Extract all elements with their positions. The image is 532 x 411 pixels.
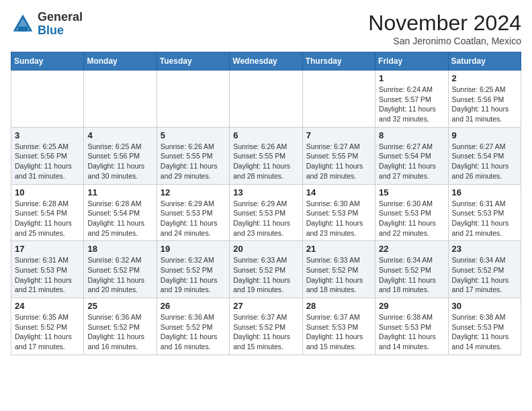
day-info: Sunrise: 6:25 AM Sunset: 5:56 PM Dayligh… <box>15 142 80 181</box>
day-info: Sunrise: 6:28 AM Sunset: 5:54 PM Dayligh… <box>15 199 80 238</box>
day-number: 16 <box>452 187 517 197</box>
logo-blue-text: Blue <box>38 24 64 37</box>
calendar-day-cell: 17Sunrise: 6:31 AM Sunset: 5:53 PM Dayli… <box>11 241 84 298</box>
page-header: General Blue November 2024 San Jeronimo … <box>11 11 521 46</box>
day-number: 19 <box>161 244 226 254</box>
day-info: Sunrise: 6:26 AM Sunset: 5:55 PM Dayligh… <box>161 142 226 181</box>
day-number: 30 <box>452 301 517 311</box>
day-number: 23 <box>452 244 517 254</box>
day-info: Sunrise: 6:31 AM Sunset: 5:53 PM Dayligh… <box>15 255 80 295</box>
day-info: Sunrise: 6:32 AM Sunset: 5:52 PM Dayligh… <box>87 255 152 295</box>
day-number: 18 <box>87 244 152 254</box>
day-number: 10 <box>15 187 80 197</box>
title-block: November 2024 San Jeronimo Coatlan, Mexi… <box>368 11 521 46</box>
calendar-day-cell: 28Sunrise: 6:37 AM Sunset: 5:53 PM Dayli… <box>302 298 375 355</box>
calendar-day-cell: 26Sunrise: 6:36 AM Sunset: 5:52 PM Dayli… <box>157 298 229 355</box>
day-number: 4 <box>87 130 152 140</box>
day-info: Sunrise: 6:25 AM Sunset: 5:56 PM Dayligh… <box>87 142 152 181</box>
calendar-week-row: 24Sunrise: 6:35 AM Sunset: 5:52 PM Dayli… <box>11 298 521 355</box>
calendar-day-cell: 23Sunrise: 6:34 AM Sunset: 5:52 PM Dayli… <box>448 241 521 298</box>
calendar-day-cell: 14Sunrise: 6:30 AM Sunset: 5:53 PM Dayli… <box>302 184 375 241</box>
day-info: Sunrise: 6:34 AM Sunset: 5:52 PM Dayligh… <box>379 255 444 295</box>
day-number: 29 <box>379 301 444 311</box>
calendar-week-row: 1Sunrise: 6:24 AM Sunset: 5:57 PM Daylig… <box>11 71 521 128</box>
day-info: Sunrise: 6:29 AM Sunset: 5:53 PM Dayligh… <box>233 199 298 238</box>
calendar-day-cell: 4Sunrise: 6:25 AM Sunset: 5:56 PM Daylig… <box>84 127 157 184</box>
calendar-empty-cell <box>302 71 375 128</box>
day-info: Sunrise: 6:33 AM Sunset: 5:52 PM Dayligh… <box>306 255 371 295</box>
day-number: 9 <box>452 130 517 140</box>
weekday-header-sunday: Sunday <box>11 52 84 71</box>
day-number: 26 <box>161 301 226 311</box>
day-number: 28 <box>306 301 371 311</box>
weekday-header-saturday: Saturday <box>448 52 521 71</box>
weekday-header-tuesday: Tuesday <box>157 52 229 71</box>
day-number: 1 <box>379 73 444 83</box>
day-number: 20 <box>233 244 298 254</box>
calendar-day-cell: 5Sunrise: 6:26 AM Sunset: 5:55 PM Daylig… <box>157 127 229 184</box>
day-info: Sunrise: 6:27 AM Sunset: 5:55 PM Dayligh… <box>306 142 371 181</box>
calendar-day-cell: 29Sunrise: 6:38 AM Sunset: 5:53 PM Dayli… <box>375 298 448 355</box>
day-info: Sunrise: 6:38 AM Sunset: 5:53 PM Dayligh… <box>452 312 517 352</box>
day-info: Sunrise: 6:33 AM Sunset: 5:52 PM Dayligh… <box>233 255 298 295</box>
calendar-day-cell: 12Sunrise: 6:29 AM Sunset: 5:53 PM Dayli… <box>157 184 229 241</box>
day-number: 2 <box>452 73 517 83</box>
calendar-day-cell: 27Sunrise: 6:37 AM Sunset: 5:52 PM Dayli… <box>230 298 302 355</box>
calendar-day-cell: 11Sunrise: 6:28 AM Sunset: 5:54 PM Dayli… <box>84 184 157 241</box>
day-info: Sunrise: 6:27 AM Sunset: 5:54 PM Dayligh… <box>452 142 517 181</box>
weekday-header-thursday: Thursday <box>302 52 375 71</box>
calendar-day-cell: 18Sunrise: 6:32 AM Sunset: 5:52 PM Dayli… <box>84 241 157 298</box>
day-info: Sunrise: 6:29 AM Sunset: 5:53 PM Dayligh… <box>161 199 226 238</box>
day-info: Sunrise: 6:30 AM Sunset: 5:53 PM Dayligh… <box>306 199 371 238</box>
day-number: 13 <box>233 187 298 197</box>
day-info: Sunrise: 6:37 AM Sunset: 5:52 PM Dayligh… <box>233 312 298 352</box>
calendar-day-cell: 8Sunrise: 6:27 AM Sunset: 5:54 PM Daylig… <box>375 127 448 184</box>
calendar-day-cell: 22Sunrise: 6:34 AM Sunset: 5:52 PM Dayli… <box>375 241 448 298</box>
day-number: 21 <box>306 244 371 254</box>
day-info: Sunrise: 6:36 AM Sunset: 5:52 PM Dayligh… <box>161 312 226 352</box>
day-number: 6 <box>233 130 298 140</box>
day-number: 7 <box>306 130 371 140</box>
day-number: 3 <box>15 130 80 140</box>
day-number: 22 <box>379 244 444 254</box>
day-number: 15 <box>379 187 444 197</box>
weekday-header-friday: Friday <box>375 52 448 71</box>
calendar-day-cell: 15Sunrise: 6:30 AM Sunset: 5:53 PM Dayli… <box>375 184 448 241</box>
logo-general-text: General <box>38 10 83 24</box>
day-info: Sunrise: 6:35 AM Sunset: 5:52 PM Dayligh… <box>15 312 80 352</box>
day-number: 25 <box>87 301 152 311</box>
calendar-week-row: 10Sunrise: 6:28 AM Sunset: 5:54 PM Dayli… <box>11 184 521 241</box>
day-number: 8 <box>379 130 444 140</box>
calendar-empty-cell <box>230 71 302 128</box>
calendar-day-cell: 30Sunrise: 6:38 AM Sunset: 5:53 PM Dayli… <box>448 298 521 355</box>
calendar-day-cell: 16Sunrise: 6:31 AM Sunset: 5:53 PM Dayli… <box>448 184 521 241</box>
svg-rect-2 <box>18 26 28 31</box>
calendar-day-cell: 19Sunrise: 6:32 AM Sunset: 5:52 PM Dayli… <box>157 241 229 298</box>
calendar-day-cell: 21Sunrise: 6:33 AM Sunset: 5:52 PM Dayli… <box>302 241 375 298</box>
day-number: 27 <box>233 301 298 311</box>
month-year-title: November 2024 <box>368 11 521 36</box>
day-number: 11 <box>87 187 152 197</box>
calendar-day-cell: 3Sunrise: 6:25 AM Sunset: 5:56 PM Daylig… <box>11 127 84 184</box>
day-info: Sunrise: 6:38 AM Sunset: 5:53 PM Dayligh… <box>379 312 444 352</box>
day-number: 5 <box>161 130 226 140</box>
calendar-day-cell: 13Sunrise: 6:29 AM Sunset: 5:53 PM Dayli… <box>230 184 302 241</box>
calendar-week-row: 3Sunrise: 6:25 AM Sunset: 5:56 PM Daylig… <box>11 127 521 184</box>
calendar-day-cell: 20Sunrise: 6:33 AM Sunset: 5:52 PM Dayli… <box>230 241 302 298</box>
calendar-day-cell: 6Sunrise: 6:26 AM Sunset: 5:55 PM Daylig… <box>230 127 302 184</box>
calendar-day-cell: 1Sunrise: 6:24 AM Sunset: 5:57 PM Daylig… <box>375 71 448 128</box>
calendar-table: SundayMondayTuesdayWednesdayThursdayFrid… <box>11 52 521 355</box>
day-number: 24 <box>15 301 80 311</box>
day-number: 14 <box>306 187 371 197</box>
day-info: Sunrise: 6:27 AM Sunset: 5:54 PM Dayligh… <box>379 142 444 181</box>
day-info: Sunrise: 6:26 AM Sunset: 5:55 PM Dayligh… <box>233 142 298 181</box>
calendar-empty-cell <box>157 71 229 128</box>
calendar-day-cell: 7Sunrise: 6:27 AM Sunset: 5:55 PM Daylig… <box>302 127 375 184</box>
calendar-empty-cell <box>84 71 157 128</box>
weekday-header-monday: Monday <box>84 52 157 71</box>
weekday-header-wednesday: Wednesday <box>230 52 302 71</box>
day-number: 17 <box>15 244 80 254</box>
day-info: Sunrise: 6:28 AM Sunset: 5:54 PM Dayligh… <box>87 199 152 238</box>
day-info: Sunrise: 6:31 AM Sunset: 5:53 PM Dayligh… <box>452 199 517 238</box>
day-info: Sunrise: 6:36 AM Sunset: 5:52 PM Dayligh… <box>87 312 152 352</box>
